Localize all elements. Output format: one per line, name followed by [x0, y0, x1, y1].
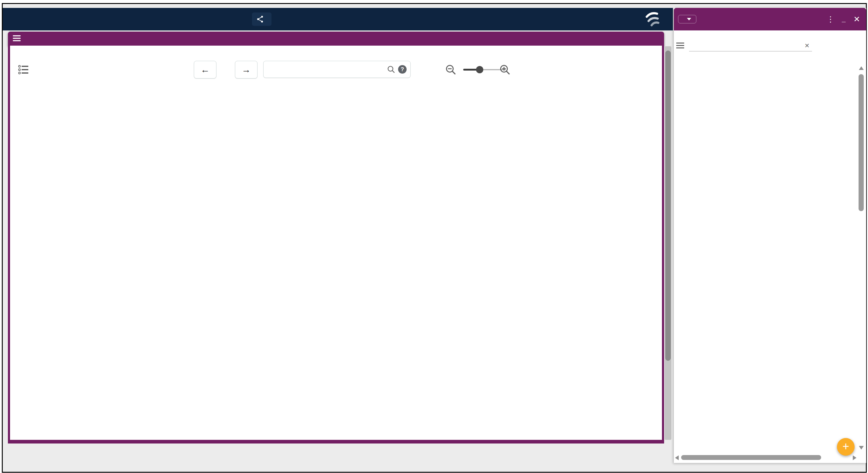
chevron-down-icon — [687, 18, 691, 21]
view-border-bottom — [8, 440, 664, 443]
track-list-icon — [18, 65, 29, 75]
jbrowse-app: ← → ? ⋮ _ ✕ ✕ — [0, 0, 868, 473]
menubar — [3, 8, 673, 30]
drawer-minimize-button[interactable]: _ — [842, 15, 845, 23]
jbrowse-logo-icon — [645, 11, 661, 28]
tracks-area[interactable] — [10, 90, 662, 440]
zoom-out-icon — [445, 64, 457, 75]
zoom-out-button[interactable] — [445, 64, 457, 77]
view-scrollbar-thumb[interactable] — [665, 50, 671, 361]
share-button[interactable] — [252, 12, 272, 26]
zoom-in-button[interactable] — [499, 64, 511, 77]
help-icon[interactable]: ? — [398, 65, 407, 74]
hamburger-icon — [13, 35, 21, 41]
zoom-in-icon — [499, 64, 511, 75]
location-input[interactable] — [269, 65, 387, 73]
pan-left-button[interactable]: ← — [194, 61, 216, 78]
filter-tracks-input[interactable] — [689, 40, 812, 52]
drawer-close-button[interactable]: ✕ — [854, 14, 860, 24]
jbrowse-logo — [645, 11, 664, 28]
drawer-vscrollbar[interactable] — [858, 65, 865, 453]
view-menu-button[interactable] — [13, 35, 21, 42]
share-icon — [257, 15, 264, 23]
drawer-kebab-button[interactable]: ⋮ — [827, 14, 835, 24]
plus-icon: + — [842, 440, 849, 452]
view-scrollbar[interactable] — [665, 46, 672, 440]
location-searchbox[interactable]: ? — [263, 61, 410, 78]
drawer-filter-row: ✕ — [676, 32, 864, 59]
drawer-hscrollbar-thumb[interactable] — [681, 455, 821, 460]
menu-icon[interactable] — [676, 42, 684, 49]
view-border-right — [662, 46, 664, 443]
pan-right-button[interactable]: → — [235, 61, 257, 78]
track-list — [674, 65, 857, 453]
scroll-down-icon[interactable] — [859, 446, 864, 449]
drawer-mode-select[interactable] — [678, 15, 696, 24]
view-border-left — [8, 46, 10, 443]
scroll-left-icon[interactable] — [675, 455, 679, 460]
search-icon[interactable] — [387, 65, 395, 73]
clear-filter-icon[interactable]: ✕ — [804, 42, 810, 49]
view-header — [8, 32, 664, 46]
drawer-header: ⋮ _ ✕ — [674, 8, 866, 30]
drawer-hscrollbar[interactable] — [675, 454, 857, 461]
scroll-up-icon[interactable] — [859, 66, 864, 70]
drawer-vscrollbar-thumb[interactable] — [859, 74, 864, 211]
zoom-slider-thumb[interactable] — [476, 66, 483, 73]
track-selector-button[interactable] — [18, 65, 29, 76]
scroll-right-icon[interactable] — [853, 455, 857, 460]
add-track-fab[interactable]: + — [837, 438, 855, 455]
